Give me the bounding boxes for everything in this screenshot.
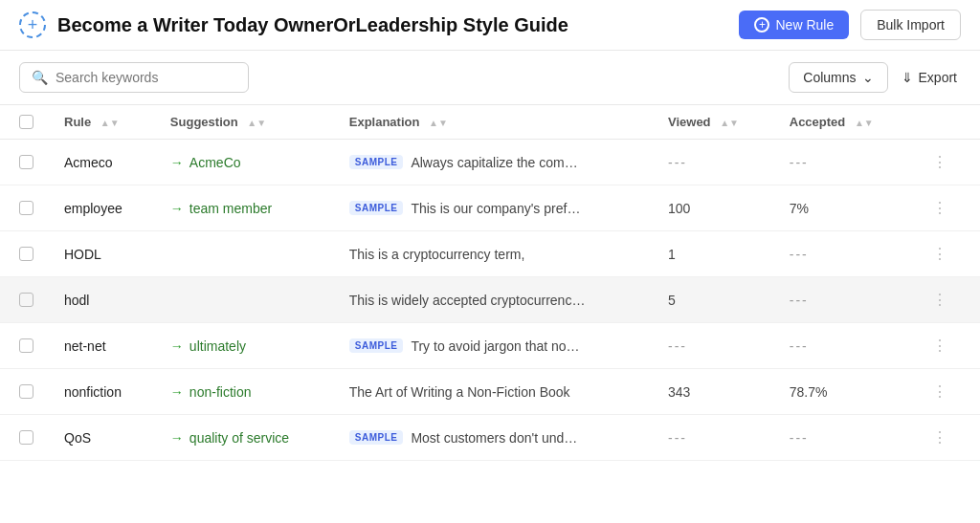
suggestion-text: quality of service: [189, 430, 289, 446]
sample-badge: SAMPLE: [349, 338, 404, 353]
explanation-text: Try to avoid jargon that no…: [411, 338, 579, 354]
table-row: employee→team memberSAMPLEThis is our co…: [0, 185, 980, 231]
toolbar: 🔍 Columns ⌄ ⇓ Export: [0, 51, 980, 105]
sort-rule-icon[interactable]: ▲▼: [100, 118, 120, 128]
export-button[interactable]: ⇓ Export: [898, 63, 961, 92]
suggestion-cell: →ultimately: [155, 323, 334, 369]
viewed-value: 343: [668, 384, 690, 400]
sort-accepted-icon[interactable]: ▲▼: [855, 118, 874, 128]
row-checkbox-cell: [0, 323, 49, 369]
row-checkbox[interactable]: [19, 293, 33, 307]
suggestion-cell: [155, 231, 334, 277]
row-checkbox[interactable]: [19, 247, 33, 261]
rules-table: Rule ▲▼ Suggestion ▲▼ Explanation ▲▼ Vie…: [0, 105, 980, 461]
explanation-content: The Art of Writing a Non-Fiction Book: [349, 384, 637, 400]
new-rule-label: New Rule: [775, 17, 834, 33]
header-suggestion: Suggestion ▲▼: [155, 105, 334, 140]
explanation-text: This is a cryptocurrency term,: [349, 247, 525, 262]
sort-viewed-icon[interactable]: ▲▼: [720, 118, 739, 128]
header-actions: [911, 105, 980, 140]
sort-suggestion-icon[interactable]: ▲▼: [247, 118, 266, 128]
suggestion-value: →team member: [170, 201, 319, 216]
accepted-value: ---: [790, 155, 809, 170]
header-accepted: Accepted ▲▼: [774, 105, 911, 140]
row-checkbox[interactable]: [19, 155, 33, 169]
suggestion-value: →non-fiction: [170, 384, 319, 400]
rule-cell: nonfiction: [49, 369, 155, 415]
row-checkbox-cell: [0, 369, 49, 415]
rule-name: HODL: [64, 247, 101, 262]
search-input[interactable]: [56, 70, 236, 85]
row-checkbox-cell: [0, 185, 49, 231]
accepted-value: ---: [790, 247, 809, 262]
viewed-value: 100: [668, 201, 690, 216]
arrow-right-icon: →: [170, 338, 184, 354]
new-rule-plus-icon: +: [754, 17, 769, 33]
row-checkbox[interactable]: [19, 384, 33, 399]
viewed-cell: ---: [653, 415, 774, 461]
explanation-content: SAMPLETry to avoid jargon that no…: [349, 338, 637, 354]
export-label: Export: [919, 70, 957, 85]
columns-button[interactable]: Columns ⌄: [789, 62, 887, 93]
suggestion-text: ultimately: [189, 338, 246, 354]
page-header: + Become a Writer Today OwnerOrLeadershi…: [0, 0, 980, 51]
arrow-right-icon: →: [170, 384, 184, 400]
suggestion-text: AcmeCo: [189, 155, 241, 170]
select-all-checkbox[interactable]: [19, 115, 33, 129]
row-menu-button[interactable]: ⋮: [926, 427, 953, 447]
explanation-text: Most customers don't und…: [411, 430, 577, 446]
rule-name: net-net: [64, 338, 106, 354]
toolbar-right: Columns ⌄ ⇓ Export: [789, 62, 961, 93]
explanation-text: This is our company's pref…: [411, 201, 580, 216]
suggestion-cell: →quality of service: [155, 415, 334, 461]
row-menu-button[interactable]: ⋮: [926, 152, 953, 172]
row-checkbox[interactable]: [19, 338, 33, 353]
suggestion-cell: [155, 277, 334, 323]
explanation-text: Always capitalize the com…: [411, 155, 577, 170]
table-row: net-net→ultimatelySAMPLETry to avoid jar…: [0, 323, 980, 369]
row-checkbox-cell: [0, 277, 49, 323]
sample-badge: SAMPLE: [349, 155, 404, 169]
rule-cell: Acmeco: [49, 140, 155, 185]
bulk-import-button[interactable]: Bulk Import: [860, 10, 961, 40]
row-menu-button[interactable]: ⋮: [926, 198, 953, 218]
header-explanation: Explanation ▲▼: [334, 105, 653, 140]
accepted-cell: ---: [774, 323, 911, 369]
search-icon: 🔍: [32, 70, 48, 85]
search-box[interactable]: 🔍: [19, 62, 249, 93]
accepted-value: ---: [790, 293, 809, 308]
rule-cell: hodl: [49, 277, 155, 323]
bulk-import-label: Bulk Import: [877, 17, 945, 33]
suggestion-text: non-fiction: [189, 384, 252, 400]
row-menu-button[interactable]: ⋮: [926, 381, 953, 402]
suggestion-cell: →AcmeCo: [155, 140, 334, 185]
row-menu-button[interactable]: ⋮: [926, 290, 953, 310]
explanation-content: SAMPLEThis is our company's pref…: [349, 201, 637, 216]
actions-cell: ⋮: [911, 277, 980, 323]
viewed-value: 5: [668, 293, 676, 308]
header-viewed: Viewed ▲▼: [653, 105, 774, 140]
new-rule-button[interactable]: + New Rule: [739, 11, 849, 39]
suggestion-value: →ultimately: [170, 338, 319, 354]
row-checkbox[interactable]: [19, 430, 33, 445]
viewed-value: ---: [668, 338, 687, 354]
viewed-cell: 1: [653, 231, 774, 277]
accepted-cell: 7%: [774, 185, 911, 231]
table-row: QoS→quality of serviceSAMPLEMost custome…: [0, 415, 980, 461]
accepted-value: ---: [790, 338, 809, 354]
row-menu-button[interactable]: ⋮: [926, 336, 953, 356]
row-menu-button[interactable]: ⋮: [926, 244, 953, 264]
explanation-cell: SAMPLETry to avoid jargon that no…: [334, 323, 653, 369]
accepted-cell: ---: [774, 415, 911, 461]
accepted-value: 78.7%: [790, 384, 828, 400]
rule-name: Acmeco: [64, 155, 113, 170]
actions-cell: ⋮: [911, 231, 980, 277]
explanation-cell: SAMPLEAlways capitalize the com…: [334, 140, 653, 185]
header-rule: Rule ▲▼: [49, 105, 155, 140]
sort-explanation-icon[interactable]: ▲▼: [429, 118, 448, 128]
table-row: nonfiction→non-fictionThe Art of Writing…: [0, 369, 980, 415]
rule-name: employee: [64, 201, 122, 216]
row-checkbox[interactable]: [19, 201, 33, 215]
sample-badge: SAMPLE: [349, 430, 404, 445]
export-icon: ⇓: [902, 70, 913, 85]
